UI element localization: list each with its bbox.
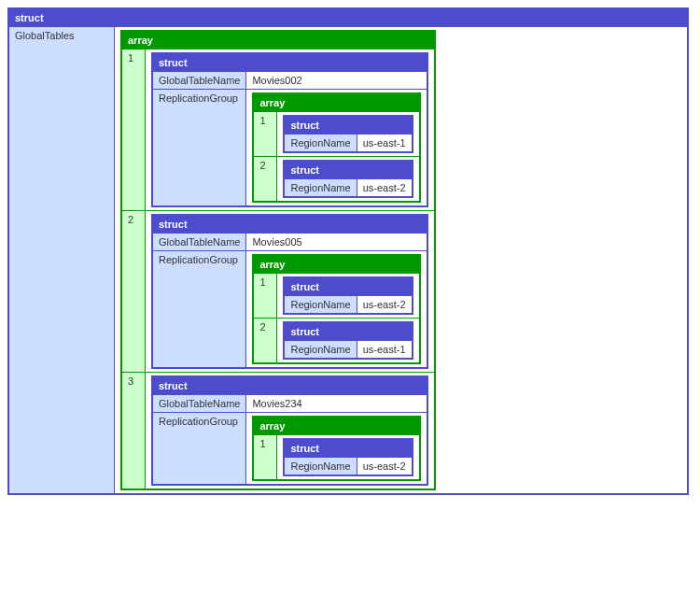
- array-header: array: [253, 255, 419, 274]
- key-replicationgroup: ReplicationGroup: [152, 251, 246, 369]
- region-struct: struct RegionName us-east-2: [283, 160, 413, 198]
- array-index: 1: [253, 274, 277, 319]
- globaltable-struct: struct GlobalTableName Movies234 Replica…: [151, 375, 428, 486]
- array-index: 3: [121, 373, 146, 490]
- val-globaltablename: Movies005: [246, 234, 427, 251]
- array-row: 2 struct RegionName us-east-1: [253, 319, 419, 364]
- key-regionname: RegionName: [284, 341, 357, 360]
- key-globaltablename: GlobalTableName: [152, 234, 246, 251]
- val-globaltablename: Movies002: [246, 72, 427, 90]
- array-header: array: [253, 417, 419, 435]
- array-header: array: [121, 31, 435, 50]
- key-regionname: RegionName: [284, 296, 357, 315]
- array-row: 1 struct RegionName us-east-2: [253, 435, 419, 481]
- region-struct: struct RegionName us-east-2: [283, 438, 413, 476]
- val-globaltablename: Movies234: [246, 395, 427, 413]
- dump-root-struct: struct GlobalTables array 1 struct Globa…: [7, 7, 689, 495]
- struct-header: struct: [284, 439, 412, 458]
- array-row: 1 struct RegionName us-east-1: [253, 112, 419, 157]
- key-globaltablename: GlobalTableName: [152, 72, 246, 90]
- region-struct: struct RegionName us-east-2: [283, 276, 413, 315]
- array-row: 1 struct RegionName us-east-2: [253, 274, 419, 319]
- key-regionname: RegionName: [284, 135, 357, 153]
- globaltable-struct: struct GlobalTableName Movies002 Replica…: [151, 52, 428, 207]
- region-struct: struct RegionName us-east-1: [283, 115, 413, 153]
- val-regionname: us-east-2: [357, 179, 412, 198]
- globaltable-struct: struct GlobalTableName Movies005 Replica…: [151, 214, 428, 369]
- replicationgroup-array: array 1 struct RegionName: [252, 92, 420, 203]
- val-regionname: us-east-2: [357, 296, 412, 315]
- val-regionname: us-east-1: [357, 341, 412, 360]
- array-index: 1: [253, 435, 277, 481]
- replicationgroup-array: array 1 struct RegionName: [252, 254, 420, 364]
- array-index: 2: [253, 319, 277, 364]
- array-row: 2 struct RegionName us-east-2: [253, 157, 419, 203]
- array-row: 1 struct GlobalTableName Movies002 Repli…: [121, 50, 435, 211]
- key-globaltablename: GlobalTableName: [152, 395, 246, 413]
- val-regionname: us-east-1: [357, 135, 412, 153]
- struct-header: struct: [8, 8, 688, 27]
- key-replicationgroup: ReplicationGroup: [152, 90, 246, 207]
- struct-header: struct: [284, 161, 412, 179]
- val-regionname: us-east-2: [357, 458, 412, 476]
- region-struct: struct RegionName us-east-1: [283, 321, 413, 360]
- key-regionname: RegionName: [284, 179, 357, 198]
- key-regionname: RegionName: [284, 458, 357, 476]
- array-index: 1: [253, 112, 277, 157]
- replicationgroup-array: array 1 struct RegionName: [252, 416, 420, 481]
- array-row: 3 struct GlobalTableName Movies234 Repli…: [121, 373, 435, 490]
- key-globaltables: GlobalTables: [8, 27, 115, 495]
- struct-header: struct: [284, 322, 412, 341]
- array-index: 1: [121, 50, 146, 211]
- struct-header: struct: [152, 53, 427, 72]
- struct-header: struct: [152, 376, 427, 395]
- struct-header: struct: [284, 277, 412, 296]
- array-header: array: [253, 93, 419, 112]
- array-row: 2 struct GlobalTableName Movies005 Repli…: [121, 211, 435, 373]
- struct-header: struct: [152, 215, 427, 234]
- key-replicationgroup: ReplicationGroup: [152, 413, 246, 486]
- globaltables-array: array 1 struct GlobalTableName Movies002: [120, 30, 436, 490]
- val-globaltables: array 1 struct GlobalTableName Movies002: [115, 27, 689, 495]
- struct-header: struct: [284, 116, 412, 135]
- array-index: 2: [253, 157, 277, 203]
- array-index: 2: [121, 211, 146, 373]
